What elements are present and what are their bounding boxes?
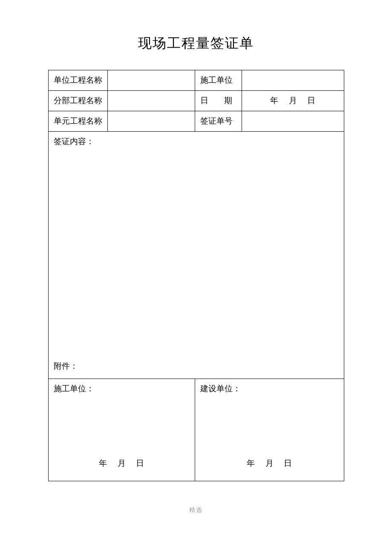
cert-no-value[interactable] xyxy=(242,111,344,132)
sign-day-2: 日 xyxy=(284,458,292,469)
sign-day: 日 xyxy=(136,458,144,469)
form-table: 单位工程名称 施工单位 分部工程名称 日 期 年 月 日 单元工程名称 签证单号… xyxy=(48,70,344,481)
content-cell[interactable]: 签证内容： 附件： xyxy=(48,132,344,379)
date-label-a: 日 xyxy=(200,95,208,106)
content-label: 签证内容： xyxy=(54,136,339,147)
sub-project-value[interactable] xyxy=(108,91,195,111)
date-label-b: 期 xyxy=(224,95,232,106)
sign-month: 月 xyxy=(118,458,126,469)
element-project-label: 单元工程名称 xyxy=(48,111,108,132)
page-title: 现场工程量签证单 xyxy=(0,0,392,70)
header-row-3: 单元工程名称 签证单号 xyxy=(48,111,344,132)
sign-month-2: 月 xyxy=(265,458,274,469)
owner-sign-cell[interactable]: 建设单位： 年 月 日 xyxy=(195,379,344,481)
date-month: 月 xyxy=(289,95,297,106)
header-row-2: 分部工程名称 日 期 年 月 日 xyxy=(48,91,344,111)
date-value[interactable]: 年 月 日 xyxy=(242,91,344,111)
date-label: 日 期 xyxy=(195,91,242,111)
construction-unit-label: 施工单位 xyxy=(195,70,242,91)
owner-sign-label: 建设单位： xyxy=(200,384,241,393)
sign-year: 年 xyxy=(99,458,107,469)
unit-project-label: 单位工程名称 xyxy=(48,70,108,91)
unit-project-value[interactable] xyxy=(108,70,195,91)
footer-text: 精选 xyxy=(0,506,392,514)
sign-year-2: 年 xyxy=(247,458,255,469)
sub-project-label: 分部工程名称 xyxy=(48,91,108,111)
construction-sign-date: 年 月 日 xyxy=(49,458,195,469)
cert-no-label: 签证单号 xyxy=(195,111,242,132)
attachment-label: 附件： xyxy=(54,361,78,372)
construction-sign-cell[interactable]: 施工单位： 年 月 日 xyxy=(48,379,195,481)
date-year: 年 xyxy=(270,95,278,106)
content-row: 签证内容： 附件： xyxy=(48,132,344,379)
date-day: 日 xyxy=(307,95,315,106)
construction-sign-label: 施工单位： xyxy=(54,384,94,393)
construction-unit-value[interactable] xyxy=(242,70,344,91)
element-project-value[interactable] xyxy=(108,111,195,132)
header-row-1: 单位工程名称 施工单位 xyxy=(48,70,344,91)
sign-row: 施工单位： 年 月 日 建设单位： 年 月 日 xyxy=(48,379,344,481)
owner-sign-date: 年 月 日 xyxy=(195,458,344,469)
